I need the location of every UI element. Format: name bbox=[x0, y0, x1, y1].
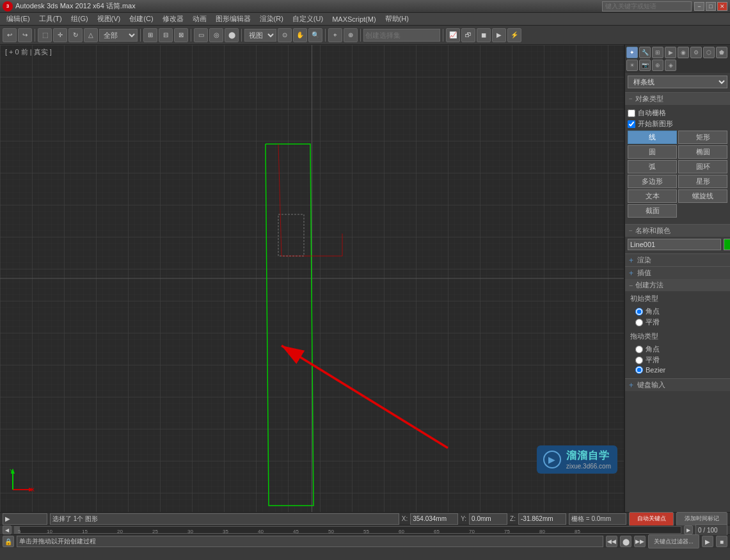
color-swatch[interactable] bbox=[724, 239, 730, 250]
keyboard-input-collapsible[interactable]: + 键盘输入 bbox=[625, 378, 730, 391]
interpolation-collapsible[interactable]: + 插值 bbox=[625, 266, 730, 279]
menu-help[interactable]: 帮助(H) bbox=[381, 13, 413, 24]
toolbar-quick-render[interactable]: ⚡ bbox=[507, 28, 521, 42]
section-button[interactable]: 截面 bbox=[628, 204, 677, 218]
create-selection-input[interactable] bbox=[363, 29, 440, 42]
y-input[interactable] bbox=[469, 513, 507, 525]
ring-button[interactable]: 圆环 bbox=[678, 160, 727, 173]
tab-create[interactable]: ✦ bbox=[626, 47, 638, 58]
toolbar-snap[interactable]: ⊞ bbox=[143, 28, 157, 42]
ellipse-button[interactable]: 椭圆 bbox=[678, 145, 727, 159]
lock-icon[interactable]: 🔒 bbox=[3, 536, 14, 547]
tab-geo[interactable]: ⬡ bbox=[703, 47, 715, 58]
tab-utils[interactable]: ⚙ bbox=[690, 47, 702, 58]
toolbar-orbit[interactable]: ⊙ bbox=[278, 28, 292, 42]
drag-bezier-row: Bezier bbox=[635, 365, 720, 374]
toolbar-rectangle-select[interactable]: ▭ bbox=[194, 28, 208, 42]
toolbar-schematic-view[interactable]: 🗗 bbox=[461, 28, 475, 42]
close-button[interactable]: ✕ bbox=[717, 2, 727, 11]
tab-hierarchy[interactable]: ⊞ bbox=[652, 47, 663, 58]
text-button[interactable]: 文本 bbox=[628, 189, 677, 203]
rect-button[interactable]: 矩形 bbox=[678, 131, 727, 144]
drag-corner-radio[interactable] bbox=[635, 346, 643, 353]
toolbar-angle-snap[interactable]: ⌖ bbox=[328, 28, 342, 42]
timeline-track[interactable]: 5 10 15 20 25 30 35 40 45 50 55 60 65 70… bbox=[14, 526, 681, 534]
star-button[interactable]: 星形 bbox=[678, 175, 727, 188]
toolbar-curve-editor[interactable]: 📈 bbox=[446, 28, 460, 42]
menu-group[interactable]: 组(G) bbox=[67, 13, 92, 24]
x-input[interactable] bbox=[410, 513, 458, 525]
toolbar-mirror[interactable]: ⊟ bbox=[159, 28, 173, 42]
menu-animation[interactable]: 动画 bbox=[189, 13, 210, 24]
tab-helper[interactable]: ⊕ bbox=[652, 60, 663, 71]
object-name-input[interactable] bbox=[628, 239, 721, 250]
toolbar-paint-select[interactable]: ⬤ bbox=[225, 28, 239, 42]
set-key-button[interactable]: ⬤ bbox=[620, 536, 631, 547]
timeline-forward[interactable]: ▶ bbox=[684, 525, 693, 534]
menu-view[interactable]: 视图(V) bbox=[93, 13, 125, 24]
drag-bezier-radio[interactable] bbox=[635, 366, 643, 374]
maximize-button[interactable]: □ bbox=[706, 2, 716, 11]
line-button[interactable]: 线 bbox=[628, 131, 677, 144]
shape-buttons-grid: 线 矩形 圆 椭圆 弧 圆环 多边形 星形 文本 螺旋线 截面 bbox=[628, 131, 727, 218]
arc-button[interactable]: 弧 bbox=[628, 160, 677, 173]
menu-modifier[interactable]: 修改器 bbox=[159, 13, 187, 24]
menu-maxscript[interactable]: MAXScript(M) bbox=[328, 15, 379, 24]
tab-space[interactable]: ◈ bbox=[665, 60, 676, 71]
toolbar-lasso-select[interactable]: ◎ bbox=[209, 28, 223, 42]
toolbar-redo[interactable]: ↪ bbox=[18, 28, 32, 42]
minimize-button[interactable]: − bbox=[694, 2, 704, 11]
toolbar-snap-toggle[interactable]: ⊕ bbox=[344, 28, 358, 42]
tab-light[interactable]: ☀ bbox=[626, 60, 638, 71]
z-input[interactable] bbox=[518, 513, 566, 525]
tab-camera[interactable]: 📷 bbox=[639, 60, 651, 71]
drag-smooth-radio[interactable] bbox=[635, 356, 643, 364]
polygon-button[interactable]: 多边形 bbox=[628, 175, 677, 188]
view-select-dropdown[interactable]: 视图 bbox=[244, 29, 276, 42]
auto-keypoint-button[interactable]: 自动关键点 bbox=[629, 512, 674, 526]
render-collapsible[interactable]: + 渲染 bbox=[625, 253, 730, 266]
keypoint-filter-button[interactable]: 关键点过滤器... bbox=[648, 534, 699, 548]
menu-graph-editor[interactable]: 图形编辑器 bbox=[212, 13, 255, 24]
toolbar-move[interactable]: ✛ bbox=[53, 28, 67, 42]
toolbar-zoom[interactable]: 🔍 bbox=[308, 28, 322, 42]
menu-create[interactable]: 创建(C) bbox=[125, 13, 157, 24]
toolbar-rotate[interactable]: ↻ bbox=[68, 28, 83, 42]
viewport[interactable]: [ + 0 前 | 真实 ] bbox=[0, 45, 624, 512]
tab-motion[interactable]: ▶ bbox=[665, 47, 676, 58]
timeline-ticks: 5 10 15 20 25 30 35 40 45 50 55 60 65 70… bbox=[15, 527, 681, 533]
next-keypoint[interactable]: ▶▶ bbox=[634, 536, 646, 547]
toolbar-mat-editor[interactable]: ◼ bbox=[477, 28, 491, 42]
tab-modify[interactable]: 🔧 bbox=[639, 47, 651, 58]
svg-text:X: X bbox=[31, 486, 35, 493]
toolbar-select[interactable]: ⬚ bbox=[38, 28, 52, 42]
menu-render[interactable]: 渲染(R) bbox=[256, 13, 287, 24]
prev-keypoint[interactable]: ◀◀ bbox=[606, 536, 617, 547]
object-type-header[interactable]: − 对象类型 bbox=[625, 93, 730, 105]
toolbar-render-scene[interactable]: ▶ bbox=[492, 28, 506, 42]
toolbar-scale[interactable]: △ bbox=[84, 28, 98, 42]
initial-corner-radio[interactable] bbox=[635, 308, 643, 316]
menu-tools[interactable]: 工具(T) bbox=[35, 13, 66, 24]
play-button[interactable]: ▶ bbox=[702, 536, 713, 547]
timeline-back[interactable]: ◀ bbox=[3, 525, 12, 534]
stop-button[interactable]: ■ bbox=[716, 536, 727, 547]
toolbar-sep6 bbox=[360, 29, 361, 42]
search-input[interactable] bbox=[602, 1, 692, 12]
toolbar-sep7 bbox=[443, 29, 443, 42]
toolbar-align[interactable]: ⊠ bbox=[174, 28, 188, 42]
menu-edit[interactable]: 编辑(E) bbox=[3, 13, 34, 24]
circle-button[interactable]: 圆 bbox=[628, 145, 677, 159]
start-new-shape-checkbox[interactable] bbox=[628, 120, 635, 128]
toolbar-undo[interactable]: ↩ bbox=[3, 28, 17, 42]
spline-type-dropdown[interactable]: 样条线 bbox=[628, 76, 727, 88]
tab-display[interactable]: ◉ bbox=[678, 47, 689, 58]
auto-grid-checkbox[interactable] bbox=[628, 109, 635, 117]
initial-smooth-radio[interactable] bbox=[635, 319, 643, 326]
select-all-dropdown[interactable]: 全部 bbox=[99, 29, 138, 42]
toolbar-pan[interactable]: ✋ bbox=[293, 28, 307, 42]
tab-shape[interactable]: ⬟ bbox=[716, 47, 727, 58]
helix-button[interactable]: 螺旋线 bbox=[678, 189, 727, 203]
menu-customize[interactable]: 自定义(U) bbox=[289, 13, 327, 24]
name-color-header[interactable]: − 名称和颜色 bbox=[625, 225, 730, 237]
